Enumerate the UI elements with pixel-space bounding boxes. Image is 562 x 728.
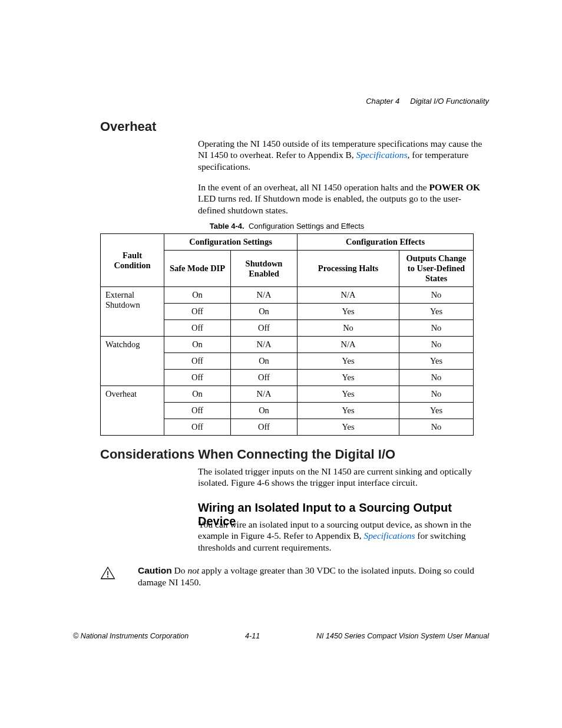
footer-page-number: 4-11	[245, 632, 260, 640]
table-row: Overheat On N/A Yes No	[101, 386, 474, 403]
th-effects: Configuration Effects	[297, 234, 474, 251]
table-header-row-1: Fault Condition Configuration Settings C…	[101, 234, 474, 251]
warning-triangle-icon	[100, 566, 115, 580]
para-overheat-1: Operating the NI 1450 outside of its tem…	[198, 138, 487, 172]
chapter-title: Digital I/O Functionality	[410, 97, 489, 106]
caution-text: Caution Do not apply a voltage greater t…	[138, 565, 489, 588]
running-header: Chapter 4 Digital I/O Functionality	[366, 97, 489, 106]
para-considerations: The isolated trigger inputs on the NI 14…	[198, 466, 487, 489]
config-table: Fault Condition Configuration Settings C…	[100, 233, 474, 436]
th-proc: Processing Halts	[297, 251, 399, 287]
power-ok-label: POWER OK	[429, 182, 481, 192]
table-row: External Shutdown On N/A N/A No	[101, 287, 474, 304]
chapter-label: Chapter 4	[366, 97, 399, 106]
para-wiring: You can wire an isolated input to a sour…	[198, 519, 487, 553]
footer-copyright: © National Instruments Corporation	[73, 632, 189, 640]
link-specifications-1[interactable]: Specifications	[356, 150, 408, 160]
table-caption: Table 4-4. Configuration Settings and Ef…	[100, 222, 474, 230]
page: Chapter 4 Digital I/O Functionality Over…	[0, 0, 562, 728]
heading-considerations: Considerations When Connecting the Digit…	[100, 447, 395, 462]
link-specifications-2[interactable]: Specifications	[364, 531, 415, 541]
table-row: Watchdog On N/A N/A No	[101, 337, 474, 353]
caution-label: Caution	[138, 565, 172, 575]
th-safe: Safe Mode DIP	[164, 251, 231, 287]
th-outputs: Outputs Change to User-Defined States	[399, 251, 474, 287]
th-settings: Configuration Settings	[164, 234, 297, 251]
page-footer: © National Instruments Corporation 4-11 …	[73, 632, 489, 640]
svg-point-2	[107, 577, 108, 578]
th-fault: Fault Condition	[101, 234, 164, 287]
caution-block: Caution Do not apply a voltage greater t…	[100, 565, 489, 588]
heading-overheat: Overheat	[100, 119, 156, 134]
th-shutdown: Shutdown Enabled	[231, 251, 297, 287]
para-overheat-2: In the event of an overheat, all NI 1450…	[198, 182, 487, 216]
footer-manual-title: NI 1450 Series Compact Vision System Use…	[316, 632, 489, 640]
